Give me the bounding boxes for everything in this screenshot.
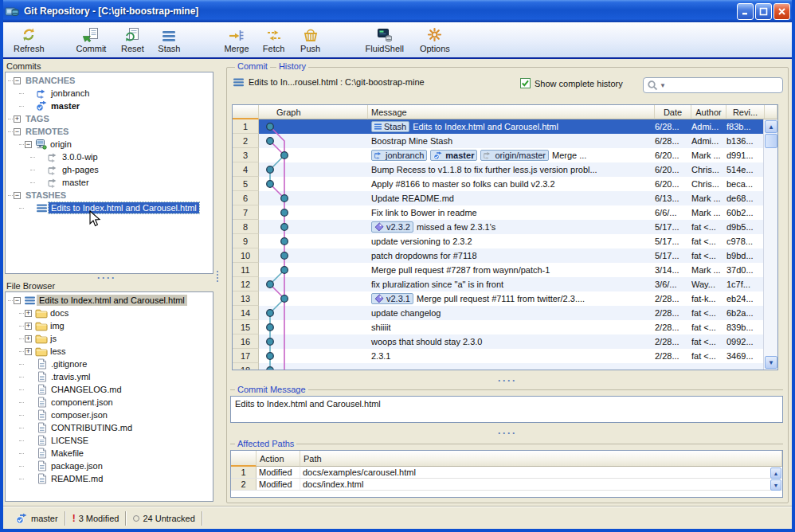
expand-toggle[interactable]: + <box>25 348 32 355</box>
row-number[interactable]: 14 <box>233 306 259 320</box>
commit-row-content[interactable]: Update README.md6/13...Mark ...de68... <box>259 191 777 205</box>
commit-row-14[interactable]: 14update changelog2/28...fat <...6b2a... <box>233 306 777 320</box>
corner-header-cell[interactable] <box>233 105 259 119</box>
row-number[interactable]: 15 <box>233 320 259 334</box>
tree-item-edits-to-index-html-and-carousel-html[interactable]: Edits to Index.html and Carousel.html <box>6 201 213 214</box>
tree-item-composer-json[interactable]: composer.json <box>6 409 213 421</box>
show-complete-history-checkbox[interactable] <box>520 78 531 88</box>
commit-row-content[interactable]: v2.3.2missed a few 2.3.1's5/17...fat <..… <box>259 220 777 234</box>
expand-toggle[interactable]: − <box>14 192 21 199</box>
row-number[interactable]: 8 <box>233 220 259 234</box>
search-dropdown-icon[interactable]: ▼ <box>660 82 666 89</box>
paths-corner-header[interactable] <box>231 451 257 467</box>
commit-row-content[interactable]: update versioning to 2.3.25/17...fat <..… <box>259 234 777 248</box>
commit-row-2[interactable]: 2Boostrap Mine Stash6/28...Admi...b136..… <box>233 134 777 148</box>
paths-scrollbar[interactable]: ▲ ▼ <box>770 467 781 491</box>
commit-row-17[interactable]: 172.3.12/28...fat <...3469... <box>233 349 777 363</box>
scroll-down-button[interactable]: ▼ <box>765 356 777 369</box>
reset-button[interactable]: Reset <box>115 25 150 55</box>
commit-row-12[interactable]: 12fix pluralization since "a" is in fron… <box>233 277 777 291</box>
commit-row-content[interactable]: Apply #8166 to master so folks can build… <box>259 177 777 191</box>
options-button[interactable]: Options <box>414 25 456 55</box>
expand-toggle[interactable]: − <box>14 77 21 84</box>
message-splitter[interactable]: ···· <box>498 431 517 436</box>
tree-item-makefile[interactable]: Makefile <box>6 447 213 460</box>
row-number[interactable]: 5 <box>233 177 259 191</box>
commit-row-content[interactable]: woops that should stay 2.3.02/28...fat <… <box>259 334 777 349</box>
scroll-up-button[interactable]: ▲ <box>765 120 777 133</box>
status-modified[interactable]: !3 Modified <box>66 510 126 526</box>
horizontal-splitter[interactable]: ···· <box>97 276 116 280</box>
tree-item-origin[interactable]: −origin <box>6 138 213 151</box>
fetch-button[interactable]: Fetch <box>257 25 292 55</box>
commit-row-18[interactable]: 18 <box>233 363 777 370</box>
tab-history[interactable]: History <box>276 61 308 71</box>
expand-toggle[interactable]: + <box>25 310 32 317</box>
commit-row-content[interactable]: v2.3.1Merge pull request #7111 from twit… <box>259 291 777 306</box>
status-branch[interactable]: master <box>10 510 65 526</box>
row-number[interactable]: 1 <box>233 119 259 134</box>
commit-row-9[interactable]: 9update versioning to 2.3.25/17...fat <.… <box>233 234 777 248</box>
row-number[interactable]: 16 <box>233 334 259 349</box>
tree-item-tags[interactable]: +TAGS <box>6 112 213 125</box>
row-number[interactable]: 12 <box>233 277 259 291</box>
commit-row-content[interactable]: Bump Recess to v1.1.8 to fix further les… <box>259 162 777 177</box>
tree-item-package-json[interactable]: package.json <box>6 460 213 472</box>
commit-row-content[interactable]: Boostrap Mine Stash6/28...Admi...b136... <box>259 134 777 148</box>
commit-row-content[interactable] <box>259 363 777 370</box>
tree-item-stashes[interactable]: −STASHES <box>6 189 213 201</box>
tree-item-js[interactable]: +js <box>6 332 213 345</box>
stash-button[interactable]: Stash <box>151 25 186 55</box>
paths-scroll-up-button[interactable]: ▲ <box>770 467 781 479</box>
column-header-graph[interactable]: Graph <box>259 105 368 119</box>
commit-message-box[interactable]: Edits to Index.html and Carousel.html <box>230 396 783 423</box>
row-number[interactable]: 13 <box>233 291 259 306</box>
expand-toggle[interactable]: + <box>14 115 21 123</box>
commit-row-content[interactable]: shiiiit2/28...fat <...839b... <box>259 320 777 334</box>
commit-row-content[interactable]: fix pluralization since "a" is in front3… <box>259 277 777 291</box>
tree-item-edits-to-index-html-and-carousel-html[interactable]: −Edits to Index.html and Carousel.html <box>6 294 213 307</box>
commit-button[interactable]: Commit <box>71 25 112 55</box>
status-untracked[interactable]: 24 Untracked <box>127 510 201 526</box>
refresh-button[interactable]: Refresh <box>8 25 50 55</box>
commit-row-15[interactable]: 15shiiiit2/28...fat <...839b... <box>233 320 777 334</box>
row-number[interactable]: 18 <box>233 363 259 370</box>
commit-row-7[interactable]: 7Fix link to Bower in readme6/6/...Mark … <box>233 205 777 220</box>
commit-row-content[interactable]: jonbranchmasterorigin/masterMerge ...6/2… <box>259 148 777 162</box>
affected-path-row-2[interactable]: 2 Modified docs/index.html <box>231 479 782 491</box>
commit-row-4[interactable]: 4Bump Recess to v1.1.8 to fix further le… <box>233 162 777 177</box>
commit-row-11[interactable]: 11Merge pull request #7287 from waynn/pa… <box>233 263 777 277</box>
expand-toggle[interactable]: + <box>25 335 32 342</box>
history-scrollbar[interactable]: ▲ ▼ <box>763 119 777 370</box>
tree-item-gitignore[interactable]: .gitignore <box>6 358 213 370</box>
commit-row-3[interactable]: 3jonbranchmasterorigin/masterMerge ...6/… <box>233 148 777 162</box>
commit-row-content[interactable]: patch dropdowns for #71185/17...fat <...… <box>259 248 777 263</box>
column-header-date[interactable]: Date <box>655 105 691 119</box>
fluidshell-button[interactable]: FluidShell <box>360 25 409 55</box>
tree-item-img[interactable]: +img <box>6 319 213 332</box>
paths-column-path[interactable]: Path <box>300 451 782 467</box>
tree-item-contributing-md[interactable]: CONTRIBUTING.md <box>6 421 213 434</box>
commit-row-content[interactable]: 2.3.12/28...fat <...3469... <box>259 349 777 363</box>
commit-row-13[interactable]: 13v2.3.1Merge pull request #7111 from tw… <box>233 291 777 306</box>
tree-item-component-json[interactable]: component.json <box>6 396 213 409</box>
row-number[interactable]: 10 <box>233 248 259 263</box>
path-row-number[interactable]: 2 <box>231 479 257 490</box>
tree-item-changelog-md[interactable]: CHANGELOG.md <box>6 383 213 396</box>
expand-toggle[interactable]: − <box>25 141 32 148</box>
commit-row-6[interactable]: 6Update README.md6/13...Mark ...de68... <box>233 191 777 205</box>
row-number[interactable]: 7 <box>233 205 259 220</box>
vertical-splitter[interactable] <box>217 271 218 282</box>
tree-item-docs[interactable]: +docs <box>6 307 213 319</box>
expand-toggle[interactable]: − <box>14 128 21 135</box>
commit-row-5[interactable]: 5Apply #8166 to master so folks can buil… <box>233 177 777 191</box>
affected-path-row-1[interactable]: 1 Modified docs/examples/carousel.html <box>231 467 782 479</box>
tree-item-less[interactable]: +less <box>6 345 213 358</box>
tree-item-readme-md[interactable]: README.md <box>6 472 213 485</box>
row-number[interactable]: 9 <box>233 234 259 248</box>
commit-row-8[interactable]: 8v2.3.2missed a few 2.3.1's5/17...fat <.… <box>233 220 777 234</box>
tab-commit[interactable]: Commit <box>235 61 270 71</box>
tree-item-license[interactable]: LICENSE <box>6 434 213 447</box>
tree-item-master[interactable]: master <box>6 100 213 112</box>
commit-row-1[interactable]: 1StashEdits to Index.html and Carousel.h… <box>233 119 777 134</box>
